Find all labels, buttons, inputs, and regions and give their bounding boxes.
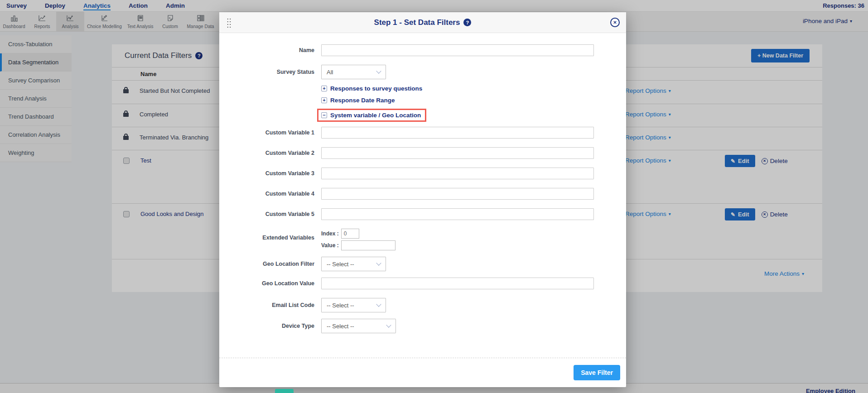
survey-status-label: Survey Status xyxy=(219,69,314,75)
custom-variable-2-label: Custom Variable 2 xyxy=(219,150,314,156)
custom-variable-5-input[interactable] xyxy=(321,208,594,220)
custom-variable-1-input[interactable] xyxy=(321,127,594,139)
drag-handle-icon[interactable] xyxy=(226,17,231,28)
custom-variable-1-label: Custom Variable 1 xyxy=(219,129,314,136)
expand-icon: + xyxy=(321,86,327,91)
chevron-down-icon xyxy=(376,68,381,73)
expand-icon: + xyxy=(321,97,327,103)
save-filter-button[interactable]: Save Filter xyxy=(574,365,620,380)
index-input[interactable] xyxy=(341,229,359,239)
survey-status-select[interactable]: All xyxy=(321,65,386,79)
close-icon[interactable]: ✕ xyxy=(610,18,620,27)
section-toggle-system-variable[interactable]: − System variable / Geo Location xyxy=(321,109,626,122)
geo-location-value-label: Geo Location Value xyxy=(219,280,314,287)
section-toggle-responses[interactable]: + Responses to survey questions xyxy=(321,85,626,92)
collapse-icon: − xyxy=(321,112,327,118)
highlight-box: − System variable / Geo Location xyxy=(317,109,426,122)
set-data-filters-modal: Step 1 - Set Data Filters ? ✕ Name Surve… xyxy=(219,12,626,387)
geo-location-filter-select[interactable]: -- Select -- xyxy=(321,257,386,271)
device-type-label: Device Type xyxy=(219,323,314,329)
custom-variable-4-label: Custom Variable 4 xyxy=(219,191,314,197)
section-toggle-date-range[interactable]: + Response Date Range xyxy=(321,97,626,104)
email-list-code-select[interactable]: -- Select -- xyxy=(321,298,386,312)
chevron-down-icon xyxy=(376,260,381,265)
chevron-down-icon xyxy=(386,322,391,327)
email-list-code-label: Email List Code xyxy=(219,302,314,308)
name-input[interactable] xyxy=(321,44,594,56)
chat-widget[interactable] xyxy=(275,389,294,393)
name-label: Name xyxy=(219,47,314,53)
modal-footer: Save Filter xyxy=(219,358,626,387)
custom-variable-4-input[interactable] xyxy=(321,188,594,200)
custom-variable-5-label: Custom Variable 5 xyxy=(219,211,314,217)
value-label: Value : xyxy=(321,242,339,249)
value-input[interactable] xyxy=(341,240,395,250)
modal-header: Step 1 - Set Data Filters ? ✕ xyxy=(219,12,626,33)
modal-title: Step 1 - Set Data Filters xyxy=(374,18,460,27)
index-label: Index : xyxy=(321,230,339,237)
extended-variables-label: Extended Variables xyxy=(219,229,314,241)
custom-variable-2-input[interactable] xyxy=(321,147,594,159)
device-type-select[interactable]: -- Select -- xyxy=(321,319,396,333)
geo-location-filter-label: Geo Location Filter xyxy=(219,261,314,267)
chevron-down-icon xyxy=(376,302,381,307)
custom-variable-3-label: Custom Variable 3 xyxy=(219,170,314,177)
modal-body: Name Survey Status All + Responses to su… xyxy=(219,33,626,358)
geo-location-value-input[interactable] xyxy=(321,278,594,289)
help-icon[interactable]: ? xyxy=(463,19,471,26)
custom-variable-3-input[interactable] xyxy=(321,168,594,179)
